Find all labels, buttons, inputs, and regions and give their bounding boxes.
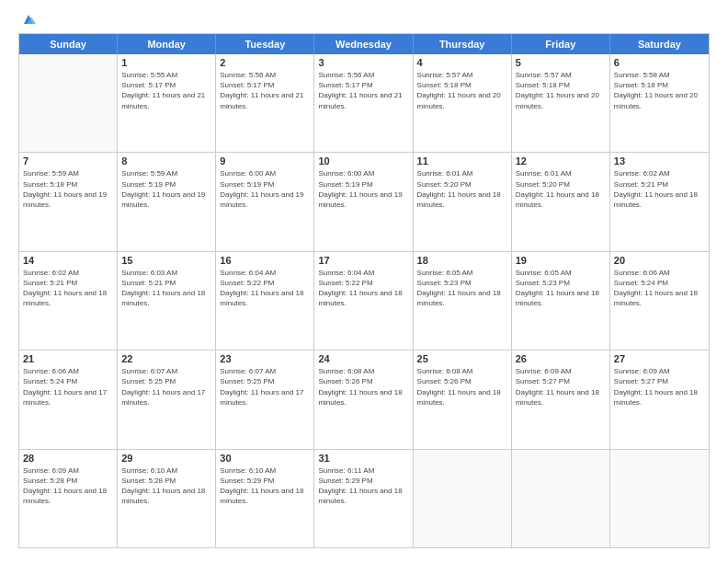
day-info: Sunrise: 6:10 AM Sunset: 5:28 PM Dayligh… [121, 465, 211, 507]
calendar-cell: 9Sunrise: 6:00 AM Sunset: 5:19 PM Daylig… [216, 153, 314, 250]
day-number: 24 [318, 353, 408, 364]
day-info: Sunrise: 6:03 AM Sunset: 5:21 PM Dayligh… [121, 268, 211, 309]
day-number: 4 [417, 57, 507, 68]
day-info: Sunrise: 6:02 AM Sunset: 5:21 PM Dayligh… [23, 268, 113, 309]
calendar-cell [610, 450, 709, 547]
day-number: 11 [417, 155, 507, 167]
day-number: 20 [614, 255, 705, 266]
day-number: 3 [318, 57, 408, 68]
calendar-body: 1Sunrise: 5:55 AM Sunset: 5:17 PM Daylig… [19, 54, 709, 547]
day-number: 23 [220, 353, 310, 364]
calendar-cell: 25Sunrise: 6:08 AM Sunset: 5:26 PM Dayli… [414, 350, 512, 448]
calendar-cell [414, 450, 512, 547]
day-number: 27 [614, 353, 705, 364]
calendar-row-5: 28Sunrise: 6:09 AM Sunset: 5:28 PM Dayli… [19, 450, 709, 547]
header [18, 15, 710, 24]
day-info: Sunrise: 6:07 AM Sunset: 5:25 PM Dayligh… [220, 366, 310, 408]
calendar-cell: 17Sunrise: 6:04 AM Sunset: 5:22 PM Dayli… [314, 252, 413, 350]
day-number: 31 [318, 453, 408, 464]
calendar-cell: 28Sunrise: 6:09 AM Sunset: 5:28 PM Dayli… [19, 450, 118, 547]
day-number: 21 [23, 353, 113, 364]
calendar-cell: 16Sunrise: 6:04 AM Sunset: 5:22 PM Dayli… [216, 252, 314, 350]
day-info: Sunrise: 5:56 AM Sunset: 5:17 PM Dayligh… [318, 70, 408, 111]
logo-icon [20, 11, 37, 28]
day-info: Sunrise: 6:04 AM Sunset: 5:22 PM Dayligh… [318, 268, 408, 309]
day-number: 30 [220, 453, 310, 464]
calendar-cell: 21Sunrise: 6:06 AM Sunset: 5:24 PM Dayli… [19, 350, 118, 448]
day-number: 9 [220, 155, 310, 167]
day-info: Sunrise: 6:09 AM Sunset: 5:27 PM Dayligh… [614, 366, 705, 408]
calendar-cell: 10Sunrise: 6:00 AM Sunset: 5:19 PM Dayli… [314, 153, 413, 250]
calendar-cell: 4Sunrise: 5:57 AM Sunset: 5:18 PM Daylig… [414, 54, 512, 152]
logo [18, 15, 37, 24]
header-day-tuesday: Tuesday [216, 34, 314, 54]
calendar-cell [19, 54, 118, 152]
day-info: Sunrise: 6:02 AM Sunset: 5:21 PM Dayligh… [614, 168, 705, 210]
day-number: 7 [23, 155, 113, 167]
day-number: 16 [220, 255, 310, 266]
day-number: 2 [220, 57, 310, 68]
calendar-cell: 12Sunrise: 6:01 AM Sunset: 5:20 PM Dayli… [512, 153, 610, 250]
calendar-cell: 27Sunrise: 6:09 AM Sunset: 5:27 PM Dayli… [610, 350, 709, 448]
day-info: Sunrise: 6:09 AM Sunset: 5:28 PM Dayligh… [23, 465, 113, 507]
day-info: Sunrise: 6:00 AM Sunset: 5:19 PM Dayligh… [220, 168, 310, 210]
header-day-monday: Monday [118, 34, 216, 54]
calendar: SundayMondayTuesdayWednesdayThursdayFrid… [18, 33, 710, 548]
day-number: 8 [121, 155, 211, 167]
calendar-cell: 31Sunrise: 6:11 AM Sunset: 5:29 PM Dayli… [314, 450, 413, 547]
day-info: Sunrise: 5:59 AM Sunset: 5:19 PM Dayligh… [121, 168, 211, 210]
calendar-cell: 2Sunrise: 5:56 AM Sunset: 5:17 PM Daylig… [216, 54, 314, 152]
calendar-cell [512, 450, 610, 547]
header-day-saturday: Saturday [610, 34, 709, 54]
day-number: 12 [516, 155, 606, 167]
day-number: 10 [318, 155, 408, 167]
day-number: 29 [121, 453, 211, 464]
day-number: 28 [23, 453, 113, 464]
header-day-thursday: Thursday [414, 34, 512, 54]
calendar-row-4: 21Sunrise: 6:06 AM Sunset: 5:24 PM Dayli… [19, 350, 709, 449]
day-info: Sunrise: 6:08 AM Sunset: 5:26 PM Dayligh… [318, 366, 408, 408]
calendar-row-3: 14Sunrise: 6:02 AM Sunset: 5:21 PM Dayli… [19, 252, 709, 350]
day-info: Sunrise: 6:08 AM Sunset: 5:26 PM Dayligh… [417, 366, 507, 408]
day-number: 19 [516, 255, 606, 266]
calendar-cell: 11Sunrise: 6:01 AM Sunset: 5:20 PM Dayli… [414, 153, 512, 250]
calendar-cell: 24Sunrise: 6:08 AM Sunset: 5:26 PM Dayli… [314, 350, 413, 448]
calendar-cell: 8Sunrise: 5:59 AM Sunset: 5:19 PM Daylig… [118, 153, 216, 250]
calendar-cell: 5Sunrise: 5:57 AM Sunset: 5:18 PM Daylig… [512, 54, 610, 152]
header-day-sunday: Sunday [19, 34, 118, 54]
calendar-cell: 26Sunrise: 6:09 AM Sunset: 5:27 PM Dayli… [512, 350, 610, 448]
calendar-cell: 3Sunrise: 5:56 AM Sunset: 5:17 PM Daylig… [314, 54, 413, 152]
day-info: Sunrise: 5:59 AM Sunset: 5:18 PM Dayligh… [23, 168, 113, 210]
day-info: Sunrise: 5:57 AM Sunset: 5:18 PM Dayligh… [516, 70, 606, 111]
calendar-cell: 1Sunrise: 5:55 AM Sunset: 5:17 PM Daylig… [118, 54, 216, 152]
page: SundayMondayTuesdayWednesdayThursdayFrid… [0, 0, 728, 563]
day-info: Sunrise: 6:06 AM Sunset: 5:24 PM Dayligh… [614, 268, 705, 309]
day-info: Sunrise: 6:07 AM Sunset: 5:25 PM Dayligh… [121, 366, 211, 408]
day-info: Sunrise: 5:57 AM Sunset: 5:18 PM Dayligh… [417, 70, 507, 111]
day-number: 22 [121, 353, 211, 364]
day-number: 26 [516, 353, 606, 364]
calendar-cell: 23Sunrise: 6:07 AM Sunset: 5:25 PM Dayli… [216, 350, 314, 448]
day-info: Sunrise: 6:11 AM Sunset: 5:29 PM Dayligh… [318, 465, 408, 507]
calendar-cell: 18Sunrise: 6:05 AM Sunset: 5:23 PM Dayli… [414, 252, 512, 350]
calendar-cell: 19Sunrise: 6:05 AM Sunset: 5:23 PM Dayli… [512, 252, 610, 350]
calendar-cell: 20Sunrise: 6:06 AM Sunset: 5:24 PM Dayli… [610, 252, 709, 350]
calendar-cell: 7Sunrise: 5:59 AM Sunset: 5:18 PM Daylig… [19, 153, 118, 250]
header-day-wednesday: Wednesday [314, 34, 413, 54]
calendar-cell: 30Sunrise: 6:10 AM Sunset: 5:29 PM Dayli… [216, 450, 314, 547]
day-info: Sunrise: 5:56 AM Sunset: 5:17 PM Dayligh… [220, 70, 310, 111]
day-info: Sunrise: 6:05 AM Sunset: 5:23 PM Dayligh… [516, 268, 606, 309]
day-info: Sunrise: 6:01 AM Sunset: 5:20 PM Dayligh… [417, 168, 507, 210]
day-number: 25 [417, 353, 507, 364]
calendar-row-2: 7Sunrise: 5:59 AM Sunset: 5:18 PM Daylig… [19, 153, 709, 251]
calendar-header: SundayMondayTuesdayWednesdayThursdayFrid… [19, 34, 709, 54]
day-info: Sunrise: 6:10 AM Sunset: 5:29 PM Dayligh… [220, 465, 310, 507]
day-number: 14 [23, 255, 113, 266]
day-info: Sunrise: 6:01 AM Sunset: 5:20 PM Dayligh… [516, 168, 606, 210]
day-number: 13 [614, 155, 705, 167]
day-number: 1 [121, 57, 211, 68]
calendar-row-1: 1Sunrise: 5:55 AM Sunset: 5:17 PM Daylig… [19, 54, 709, 153]
calendar-cell: 15Sunrise: 6:03 AM Sunset: 5:21 PM Dayli… [118, 252, 216, 350]
day-info: Sunrise: 6:05 AM Sunset: 5:23 PM Dayligh… [417, 268, 507, 309]
calendar-cell: 13Sunrise: 6:02 AM Sunset: 5:21 PM Dayli… [610, 153, 709, 250]
